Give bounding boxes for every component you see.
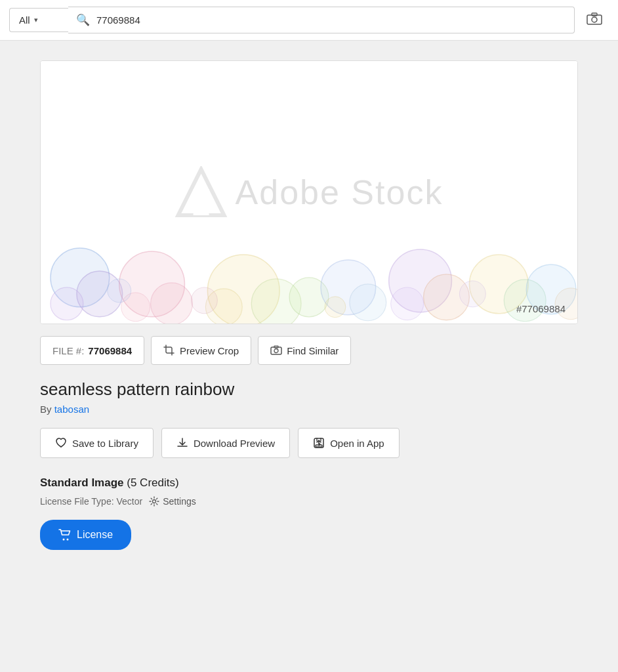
search-icon: 🔍: [76, 13, 90, 27]
svg-point-36: [67, 539, 69, 541]
license-section: Standard Image (5 Credits) License File …: [40, 476, 578, 550]
download-preview-button[interactable]: Download Preview: [161, 428, 290, 458]
image-title: seamless pattern rainbow: [40, 379, 578, 400]
author-line: By tabosan: [40, 404, 578, 415]
license-type-bold: Standard Image: [40, 476, 124, 489]
svg-point-25: [459, 281, 485, 307]
svg-rect-0: [587, 15, 602, 24]
gear-icon: [149, 496, 159, 507]
svg-rect-28: [271, 347, 281, 354]
main-content: Adobe Stock #77069884 FILE #: 77069884 P…: [0, 41, 618, 570]
search-input[interactable]: [96, 14, 566, 26]
preview-crop-label: Preview Crop: [180, 345, 239, 356]
license-meta: License File Type: Vector Settings: [40, 496, 578, 507]
file-label: FILE #:: [52, 345, 84, 356]
license-button[interactable]: License: [40, 520, 131, 550]
find-similar-button[interactable]: Find Similar: [258, 336, 351, 365]
svg-point-1: [592, 17, 597, 22]
action-buttons-row: FILE #: 77069884 Preview Crop Find Simil…: [40, 336, 578, 365]
camera-icon: [270, 345, 282, 356]
heart-icon: [55, 437, 67, 449]
license-file-type-label: License File Type: Vector: [40, 496, 142, 507]
svg-point-5: [51, 287, 83, 320]
download-icon: [176, 437, 188, 449]
svg-rect-2: [592, 13, 597, 16]
download-preview-label: Download Preview: [194, 438, 275, 449]
save-to-library-label: Save to Library: [72, 438, 138, 449]
license-title: Standard Image (5 Credits): [40, 476, 578, 490]
image-container: Adobe Stock #77069884: [40, 60, 578, 324]
license-button-label: License: [77, 529, 113, 541]
svg-point-22: [108, 279, 131, 303]
svg-point-24: [325, 297, 346, 318]
author-prefix: By: [40, 404, 52, 415]
open-in-app-label: Open in App: [330, 438, 384, 449]
preview-crop-button[interactable]: Preview Crop: [151, 336, 251, 365]
search-bar: 🔍: [68, 7, 575, 33]
library-row: Save to Library Download Preview Open in: [40, 428, 578, 458]
license-credits: (5 Credits): [127, 476, 178, 489]
image-area: Adobe Stock #77069884: [41, 61, 577, 324]
search-type-select[interactable]: All ▾: [9, 8, 68, 32]
svg-point-29: [274, 349, 278, 353]
svg-point-7: [151, 283, 193, 324]
svg-point-35: [63, 539, 65, 541]
open-in-app-icon: [313, 437, 325, 449]
chevron-down-icon: ▾: [34, 16, 38, 24]
camera-search-button[interactable]: [580, 8, 609, 32]
find-similar-label: Find Similar: [287, 345, 339, 356]
crop-icon: [163, 345, 175, 356]
search-type-label: All: [19, 14, 30, 26]
open-in-app-button[interactable]: Open in App: [298, 428, 400, 458]
bubbles-artwork: [41, 192, 577, 324]
search-header: All ▾ 🔍: [0, 0, 618, 41]
title-section: seamless pattern rainbow By tabosan: [40, 379, 578, 415]
svg-point-34: [153, 500, 156, 503]
author-link[interactable]: tabosan: [54, 404, 89, 415]
svg-point-14: [350, 284, 386, 321]
svg-point-17: [391, 287, 424, 320]
save-to-library-button[interactable]: Save to Library: [40, 428, 154, 458]
file-number-value: 77069884: [88, 345, 132, 356]
settings-label: Settings: [163, 496, 196, 507]
svg-point-23: [191, 287, 217, 314]
file-number-watermark: #77069884: [516, 303, 566, 314]
settings-button[interactable]: Settings: [149, 496, 196, 507]
cart-icon: [58, 529, 72, 541]
file-number-button[interactable]: FILE #: 77069884: [40, 336, 144, 365]
